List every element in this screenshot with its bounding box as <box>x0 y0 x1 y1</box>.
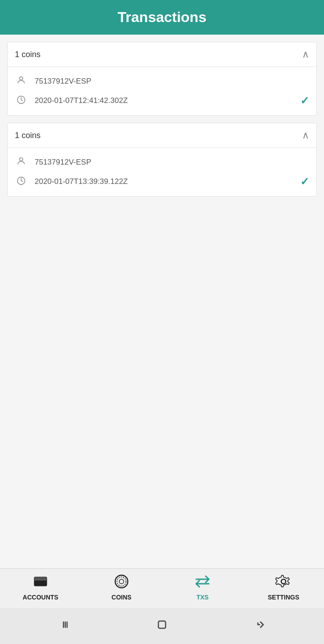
tx-time-row-2: 2020-01-07T13:39:39.122Z ✓ <box>15 172 309 192</box>
tx-details-2: 75137912V-ESP 2020-01-07T13:39:39.122Z ✓ <box>8 148 316 196</box>
checkmark-icon-1: ✓ <box>300 94 309 107</box>
tx-time-row-1: 2020-01-07T12:41:42.302Z ✓ <box>15 91 309 111</box>
settings-icon <box>275 573 292 592</box>
svg-rect-5 <box>34 577 47 581</box>
svg-point-2 <box>19 158 22 161</box>
txs-icon <box>194 573 211 592</box>
tx-coins-2: 1 coins <box>15 131 40 140</box>
home-button[interactable] <box>156 618 168 634</box>
txs-label: TXS <box>196 594 208 601</box>
tx-details-1: 75137912V-ESP 2020-01-07T12:41:42.302Z ✓ <box>8 67 316 115</box>
app-header: Transactions <box>0 0 324 35</box>
transaction-card-2[interactable]: 1 coins ∧ 75137912V-ESP <box>7 123 317 197</box>
chevron-up-icon-2: ∧ <box>302 130 309 141</box>
clock-icon-2 <box>15 176 27 188</box>
accounts-icon <box>32 573 49 592</box>
svg-point-9 <box>119 579 124 584</box>
svg-point-12 <box>281 579 286 584</box>
tx-user-row-2: 75137912V-ESP <box>15 152 309 172</box>
tx-timestamp-1: 2020-01-07T12:41:42.302Z <box>35 96 293 105</box>
tx-user-value-1: 75137912V-ESP <box>35 77 309 86</box>
accounts-label: ACCOUNTS <box>22 594 58 601</box>
person-icon-1 <box>15 75 27 87</box>
svg-rect-16 <box>158 621 166 628</box>
checkmark-icon-2: ✓ <box>300 175 309 188</box>
nav-item-settings[interactable]: SETTINGS <box>256 573 310 601</box>
tx-coins-1: 1 coins <box>15 50 40 59</box>
svg-point-8 <box>117 577 126 586</box>
tx-header-1[interactable]: 1 coins ∧ <box>8 42 316 67</box>
recents-button[interactable] <box>252 618 264 634</box>
tx-user-value-2: 75137912V-ESP <box>35 158 309 167</box>
svg-point-0 <box>19 77 22 80</box>
coins-label: COINS <box>112 594 131 601</box>
transaction-card-1[interactable]: 1 coins ∧ 75137912V-ESP <box>7 42 317 116</box>
nav-item-coins[interactable]: COINS <box>94 573 148 601</box>
clock-icon-1 <box>15 95 27 107</box>
settings-label: SETTINGS <box>268 594 299 601</box>
nav-item-accounts[interactable]: ACCOUNTS <box>14 573 68 601</box>
nav-item-txs[interactable]: TXS <box>176 573 230 601</box>
bottom-navigation: ACCOUNTS COINS TXS <box>0 568 324 608</box>
coins-icon <box>113 573 130 592</box>
tx-timestamp-2: 2020-01-07T13:39:39.122Z <box>35 177 293 186</box>
back-button[interactable] <box>60 618 72 634</box>
chevron-up-icon-1: ∧ <box>302 49 309 60</box>
system-navigation <box>0 608 324 644</box>
tx-user-row-1: 75137912V-ESP <box>15 72 309 91</box>
person-icon-2 <box>15 156 27 168</box>
tx-header-2[interactable]: 1 coins ∧ <box>8 123 316 148</box>
page-title: Transactions <box>117 9 206 25</box>
transactions-list: 1 coins ∧ 75137912V-ESP <box>0 35 324 568</box>
